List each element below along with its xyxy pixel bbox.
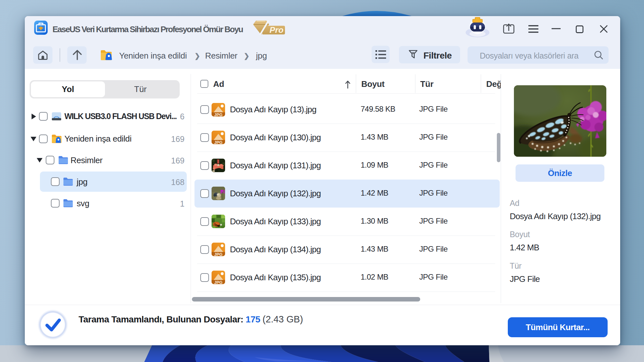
svg-text:Pro: Pro <box>270 25 283 35</box>
svg-text:JPG: JPG <box>214 140 223 144</box>
svg-text:JPG: JPG <box>214 112 223 116</box>
svg-text:JPG: JPG <box>214 252 223 256</box>
svg-text:JPG: JPG <box>214 280 223 284</box>
